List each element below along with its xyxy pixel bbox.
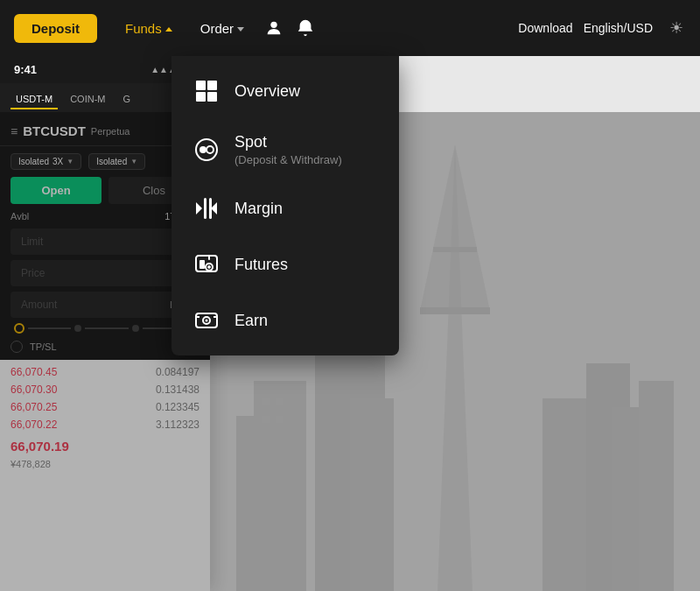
phone-time: 9:41 <box>14 63 37 76</box>
spot-sublabel: (Deposit & Withdraw) <box>234 153 342 166</box>
svg-point-0 <box>270 22 276 28</box>
futures-label: Futures <box>234 256 288 274</box>
tab-coin-m[interactable]: COIN-M <box>65 90 110 109</box>
overview-label: Overview <box>234 82 300 101</box>
svg-marker-10 <box>196 202 202 215</box>
svg-rect-3 <box>196 92 206 102</box>
svg-rect-1 <box>196 81 206 90</box>
bell-icon[interactable] <box>293 16 318 40</box>
grid-icon <box>192 77 220 105</box>
spot-label: Spot <box>234 133 342 151</box>
dropdown-overview[interactable]: Overview <box>172 63 399 119</box>
funds-label: Funds <box>125 21 162 36</box>
margin-text: Margin <box>234 200 283 218</box>
svg-point-18 <box>206 320 208 322</box>
svg-point-7 <box>206 146 214 153</box>
tab-usdt-m[interactable]: USDT-M <box>10 90 58 109</box>
dropdown-spot[interactable]: Spot (Deposit & Withdraw) <box>172 119 399 180</box>
svg-rect-14 <box>208 256 210 260</box>
deposit-button[interactable]: Deposit <box>14 14 97 43</box>
margin-icon <box>192 194 220 222</box>
earn-text: Earn <box>234 312 268 330</box>
user-icon[interactable] <box>262 16 286 40</box>
svg-marker-11 <box>211 202 217 215</box>
theme-toggle-icon[interactable]: ☀ <box>667 18 686 38</box>
futures-text: Futures <box>234 256 288 274</box>
spot-icon <box>192 136 220 164</box>
dropdown-margin[interactable]: Margin <box>172 180 399 236</box>
funds-dropdown: Overview Spot (Deposit & Withdraw) <box>172 56 399 355</box>
earn-label: Earn <box>234 312 268 330</box>
overview-text: Overview <box>234 82 300 101</box>
svg-rect-8 <box>204 198 206 219</box>
margin-label: Margin <box>234 200 283 218</box>
svg-rect-4 <box>207 92 217 102</box>
spot-text: Spot (Deposit & Withdraw) <box>234 133 342 166</box>
futures-icon <box>192 250 220 278</box>
dropdown-earn[interactable]: Earn <box>172 292 399 348</box>
svg-rect-2 <box>207 81 217 90</box>
navbar: Deposit Funds Order Download English/USD… <box>0 0 700 56</box>
order-label: Order <box>200 21 234 36</box>
tab-g[interactable]: G <box>118 90 136 109</box>
dropdown-futures[interactable]: Futures <box>172 236 399 292</box>
chevron-down-icon <box>237 27 244 32</box>
nav-right: Download English/USD ☀ <box>518 18 686 38</box>
language-label: English/USD <box>584 21 653 35</box>
nav-items: Funds Order <box>115 14 518 43</box>
download-label: Download <box>518 21 572 35</box>
nav-order[interactable]: Order <box>190 14 255 43</box>
nav-funds[interactable]: Funds <box>115 14 183 43</box>
svg-point-6 <box>200 146 206 153</box>
svg-rect-13 <box>200 260 205 269</box>
chevron-up-icon <box>165 27 172 32</box>
download-nav[interactable]: Download <box>518 21 572 35</box>
earn-icon <box>192 306 220 334</box>
language-nav[interactable]: English/USD <box>584 21 656 35</box>
